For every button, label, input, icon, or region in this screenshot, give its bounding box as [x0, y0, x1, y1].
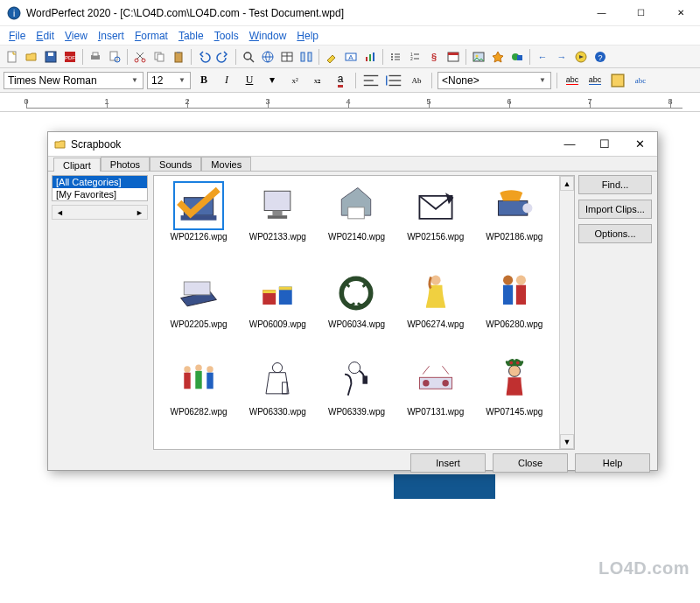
print-icon[interactable]	[87, 48, 104, 66]
close-button[interactable]: ✕	[661, 0, 700, 26]
dialog-maximize-button[interactable]: ☐	[587, 132, 622, 157]
minimize-button[interactable]: —	[582, 0, 621, 26]
paste-icon[interactable]	[170, 48, 187, 66]
copy-icon[interactable]	[150, 48, 168, 66]
clipart-item[interactable]: WP02126.wpg	[159, 181, 238, 269]
pdf-icon[interactable]: PDF	[61, 48, 79, 66]
subscript-icon[interactable]: x₂	[308, 72, 327, 89]
dialog-titlebar[interactable]: Scrapbook — ☐ ✕	[48, 132, 657, 157]
options-button[interactable]: Options...	[578, 224, 652, 243]
clipart-icon[interactable]	[489, 48, 507, 66]
ruler[interactable]: 012345678	[0, 93, 700, 112]
grid-vscrollbar[interactable]: ▲ ▼	[559, 176, 574, 449]
columns-icon[interactable]	[298, 48, 315, 66]
highlight-icon[interactable]	[323, 48, 340, 66]
help-button[interactable]: Help	[575, 453, 650, 473]
line-spacing-icon[interactable]	[384, 72, 403, 89]
clipart-item[interactable]: WP02140.wpg	[317, 181, 396, 269]
autocorrect-icon[interactable]: abc	[631, 72, 650, 89]
clipart-grid[interactable]: WP02126.wpgWP02133.wpgWP02140.wpgWP02156…	[154, 176, 559, 449]
clipart-item[interactable]: WP02133.wpg	[238, 181, 317, 269]
clipart-item[interactable]: WP07145.wpg	[475, 356, 554, 444]
find-button[interactable]: Find...	[578, 175, 652, 194]
menu-window[interactable]: Window	[244, 28, 292, 44]
shapes-icon[interactable]	[508, 48, 526, 66]
maximize-button[interactable]: ☐	[621, 0, 661, 26]
undo-icon[interactable]	[195, 48, 213, 66]
font-options-icon[interactable]: ▾	[262, 72, 282, 89]
help-icon[interactable]: ?	[592, 48, 609, 66]
print-preview-icon[interactable]	[106, 48, 123, 66]
scroll-track[interactable]	[560, 191, 574, 434]
spellcheck-icon[interactable]: abc	[563, 72, 582, 89]
tree-item[interactable]: [All Categories]	[52, 176, 147, 188]
clipart-item[interactable]: WP02205.wpg	[159, 269, 238, 356]
align-left-icon[interactable]	[361, 72, 381, 89]
tree-hscrollbar[interactable]: ◄ ►	[52, 205, 148, 220]
menu-tools[interactable]: Tools	[209, 28, 244, 44]
insert-button[interactable]: Insert	[410, 453, 486, 473]
forward-icon[interactable]: →	[553, 48, 570, 66]
scroll-right-icon[interactable]: ►	[132, 206, 147, 219]
style-combo[interactable]: <None> ▼	[438, 72, 551, 89]
find-icon[interactable]	[240, 48, 257, 66]
save-icon[interactable]	[42, 48, 60, 66]
menu-edit[interactable]: Edit	[31, 28, 60, 44]
datetime-icon[interactable]	[444, 48, 462, 66]
font-color-icon[interactable]: a	[331, 72, 350, 89]
open-icon[interactable]	[23, 48, 40, 66]
symbol-icon[interactable]: §	[425, 48, 443, 66]
quickfonts-icon[interactable]: Ab	[407, 72, 426, 89]
selection-highlight	[394, 474, 495, 499]
tab-sounds[interactable]: Sounds	[150, 157, 201, 171]
menu-table[interactable]: Table	[173, 28, 209, 44]
font-combo[interactable]: Times New Roman ▼	[4, 72, 144, 89]
menu-format[interactable]: Format	[130, 28, 173, 44]
new-document-icon[interactable]	[4, 48, 21, 66]
back-icon[interactable]: ←	[534, 48, 551, 66]
underline-button[interactable]: U	[240, 72, 259, 89]
numbering-icon[interactable]: 12	[406, 48, 424, 66]
bullets-icon[interactable]	[387, 48, 404, 66]
import-clips-button[interactable]: Import Clips...	[578, 200, 652, 219]
close-button[interactable]: Close	[493, 453, 568, 473]
clipart-item[interactable]: WP06034.wpg	[317, 269, 396, 356]
cut-icon[interactable]	[131, 48, 149, 66]
clipart-item[interactable]: WP06282.wpg	[159, 356, 238, 444]
clipart-item[interactable]: WP02156.wpg	[396, 181, 475, 269]
tab-photos[interactable]: Photos	[101, 157, 150, 171]
table-icon[interactable]	[278, 48, 296, 66]
textbox-icon[interactable]: A	[342, 48, 360, 66]
redo-icon[interactable]	[214, 48, 232, 66]
clipart-item[interactable]: WP06339.wpg	[317, 356, 396, 444]
grammar-icon[interactable]: abc	[585, 72, 605, 89]
tab-clipart[interactable]: Clipart	[53, 158, 101, 172]
italic-button[interactable]: I	[217, 72, 236, 89]
superscript-icon[interactable]: x²	[285, 72, 304, 89]
thesaurus-icon[interactable]	[608, 72, 627, 89]
menu-view[interactable]: View	[60, 28, 93, 44]
image-icon[interactable]	[470, 48, 487, 66]
tree-item[interactable]: [My Favorites]	[52, 188, 147, 200]
clipart-item[interactable]: WP06009.wpg	[238, 269, 317, 356]
menu-help[interactable]: Help	[291, 28, 324, 44]
dialog-close-button[interactable]: ✕	[622, 132, 657, 157]
bold-button[interactable]: B	[194, 72, 214, 89]
scroll-up-icon[interactable]: ▲	[560, 176, 574, 191]
scroll-left-icon[interactable]: ◄	[52, 206, 67, 219]
hyperlink-icon[interactable]	[259, 48, 276, 66]
dialog-minimize-button[interactable]: —	[552, 132, 587, 157]
category-tree[interactable]: [All Categories][My Favorites]	[52, 175, 148, 201]
tab-movies[interactable]: Movies	[201, 157, 251, 171]
clipart-item[interactable]: WP06330.wpg	[238, 356, 317, 444]
clipart-item[interactable]: WP07131.wpg	[396, 356, 475, 444]
clipart-item[interactable]: WP02186.wpg	[475, 181, 554, 269]
menu-file[interactable]: File	[4, 28, 31, 44]
clipart-item[interactable]: WP06280.wpg	[475, 269, 554, 356]
menu-insert[interactable]: Insert	[93, 28, 130, 44]
clipart-item[interactable]: WP06274.wpg	[396, 269, 475, 356]
fontsize-combo[interactable]: 12 ▼	[147, 72, 191, 89]
scroll-down-icon[interactable]: ▼	[560, 434, 574, 449]
macro-icon[interactable]	[572, 48, 590, 66]
chart-icon[interactable]	[361, 48, 379, 66]
